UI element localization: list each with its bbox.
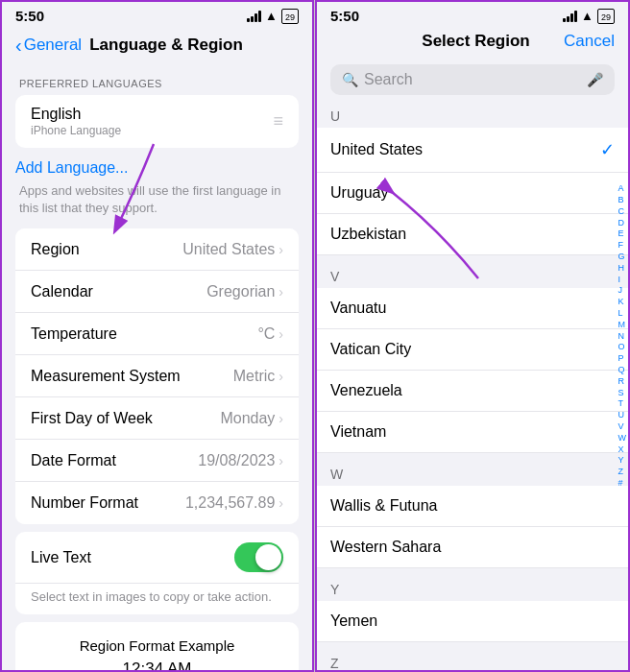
left-panel: 5:50 ▲ 29 ‹ General Language & Region PR…: [0, 0, 315, 672]
alpha-j[interactable]: J: [617, 285, 629, 296]
add-language-container: Add Language...: [0, 156, 314, 177]
alpha-l[interactable]: L: [617, 308, 629, 319]
region-name-united-states: United States: [330, 141, 423, 158]
region-item-vietnam[interactable]: Vietnam: [315, 412, 630, 453]
alpha-e[interactable]: E: [617, 228, 629, 239]
search-container: 🔍 Search 🎤: [315, 59, 630, 103]
mic-icon: 🎤: [587, 72, 603, 87]
alpha-n[interactable]: N: [617, 331, 629, 342]
alpha-v[interactable]: V: [617, 421, 629, 432]
region-item-uzbekistan[interactable]: Uzbekistan: [315, 214, 630, 255]
section-letter-w: W: [315, 461, 630, 486]
alpha-a[interactable]: A: [617, 183, 629, 194]
region-item-uruguay[interactable]: Uruguay: [315, 173, 630, 214]
number-format-chevron: ›: [279, 495, 283, 511]
alpha-z[interactable]: Z: [617, 467, 629, 477]
alpha-w[interactable]: W: [617, 433, 629, 444]
calendar-label: Calendar: [31, 283, 93, 300]
alpha-o[interactable]: O: [617, 342, 629, 352]
region-item-united-states[interactable]: United States ✓: [315, 128, 630, 173]
format-title: Region Format Example: [31, 637, 283, 654]
region-name-yemen: Yemen: [330, 612, 377, 630]
alpha-u[interactable]: U: [617, 410, 629, 420]
region-value-container: United States ›: [182, 241, 283, 258]
status-bar-right: 5:50 ▲ 29: [315, 0, 630, 28]
back-label: General: [24, 36, 82, 55]
temperature-label: Temperature: [31, 325, 117, 343]
language-row[interactable]: English iPhone Language ≡: [15, 95, 299, 148]
region-format-card: Region Format Example 12:34 AM Saturday,…: [15, 622, 299, 672]
page-title-left: Language & Region: [89, 36, 243, 55]
region-row[interactable]: Region United States ›: [15, 228, 299, 271]
alpha-g[interactable]: G: [617, 252, 629, 262]
search-bar[interactable]: 🔍 Search 🎤: [330, 64, 615, 95]
scroll-content-left: PREFERRED LANGUAGES English iPhone Langu…: [0, 62, 314, 672]
region-name-venezuela: Venezuela: [330, 382, 402, 399]
alpha-index: A B C D E F G H I J K L M N O P Q R S T …: [617, 0, 629, 672]
alpha-d[interactable]: D: [617, 218, 629, 228]
region-item-wallis[interactable]: Wallis & Futuna: [315, 486, 630, 527]
region-item-venezuela[interactable]: Venezuela: [315, 371, 630, 412]
alpha-s[interactable]: S: [617, 388, 629, 398]
number-format-label: Number Format: [31, 494, 138, 512]
calendar-value: Gregorian: [206, 283, 275, 300]
search-icon: 🔍: [342, 72, 358, 87]
language-row-right: ≡: [273, 111, 283, 132]
section-letter-u: U: [315, 103, 630, 128]
region-name-western-sahara: Western Sahara: [330, 539, 441, 556]
region-item-yemen[interactable]: Yemen: [315, 601, 630, 642]
alpha-f[interactable]: F: [617, 240, 629, 251]
temperature-value: °C: [257, 325, 275, 343]
alpha-y[interactable]: Y: [617, 455, 629, 466]
number-format-row[interactable]: Number Format 1,234,567.89 ›: [15, 482, 299, 524]
alpha-k[interactable]: K: [617, 297, 629, 307]
temperature-row[interactable]: Temperature °C ›: [15, 313, 299, 355]
live-text-toggle[interactable]: [234, 542, 283, 572]
calendar-row[interactable]: Calendar Gregorian ›: [15, 271, 299, 313]
add-language-button[interactable]: Add Language...: [15, 159, 128, 176]
section-divider-v: [315, 255, 630, 263]
alpha-x[interactable]: X: [617, 444, 629, 455]
alpha-h[interactable]: H: [617, 263, 629, 274]
calendar-value-container: Gregorian ›: [206, 283, 283, 300]
first-day-value-container: Monday ›: [220, 410, 283, 427]
search-input[interactable]: Search: [364, 71, 581, 88]
alpha-t[interactable]: T: [617, 398, 629, 409]
region-item-vatican[interactable]: Vatican City: [315, 329, 630, 371]
right-panel: 5:50 ▲ 29 Select Region Cancel 🔍 Search …: [315, 0, 630, 672]
date-format-chevron: ›: [279, 453, 283, 468]
alpha-p[interactable]: P: [617, 353, 629, 364]
region-list: U United States ✓ Uruguay Uzbekistan V V…: [315, 103, 630, 672]
region-item-western-sahara[interactable]: Western Sahara: [315, 527, 630, 568]
alpha-b[interactable]: B: [617, 195, 629, 205]
alpha-i[interactable]: I: [617, 275, 629, 285]
alpha-hash[interactable]: #: [617, 478, 629, 489]
cancel-button[interactable]: Cancel: [564, 32, 615, 51]
checkmark-icon: ✓: [600, 139, 615, 160]
wifi-icon-right: ▲: [581, 9, 594, 23]
region-label: Region: [31, 241, 80, 258]
region-name-vietnam: Vietnam: [330, 423, 386, 441]
live-text-label: Live Text: [31, 549, 91, 566]
back-button[interactable]: ‹ General: [15, 36, 82, 55]
back-chevron-icon: ‹: [15, 36, 22, 55]
alpha-r[interactable]: R: [617, 376, 629, 387]
battery-icon-right: 29: [597, 9, 615, 24]
region-name-vanuatu: Vanuatu: [330, 300, 386, 317]
calendar-chevron: ›: [279, 284, 283, 300]
region-item-vanuatu[interactable]: Vanuatu: [315, 288, 630, 329]
languages-card: English iPhone Language ≡: [15, 95, 299, 148]
alpha-q[interactable]: Q: [617, 365, 629, 375]
measurement-row[interactable]: Measurement System Metric ›: [15, 355, 299, 397]
first-day-row[interactable]: First Day of Week Monday ›: [15, 397, 299, 440]
date-format-value: 19/08/2023: [198, 452, 275, 469]
alpha-c[interactable]: C: [617, 206, 629, 217]
measurement-value-container: Metric ›: [233, 368, 283, 385]
date-format-row[interactable]: Date Format 19/08/2023 ›: [15, 440, 299, 482]
languages-info: Apps and websites will use the first lan…: [0, 177, 314, 228]
signal-icon: [247, 11, 261, 22]
measurement-chevron: ›: [279, 369, 283, 384]
time-right: 5:50: [330, 8, 359, 24]
alpha-m[interactable]: M: [617, 320, 629, 330]
reorder-icon: ≡: [273, 111, 283, 132]
